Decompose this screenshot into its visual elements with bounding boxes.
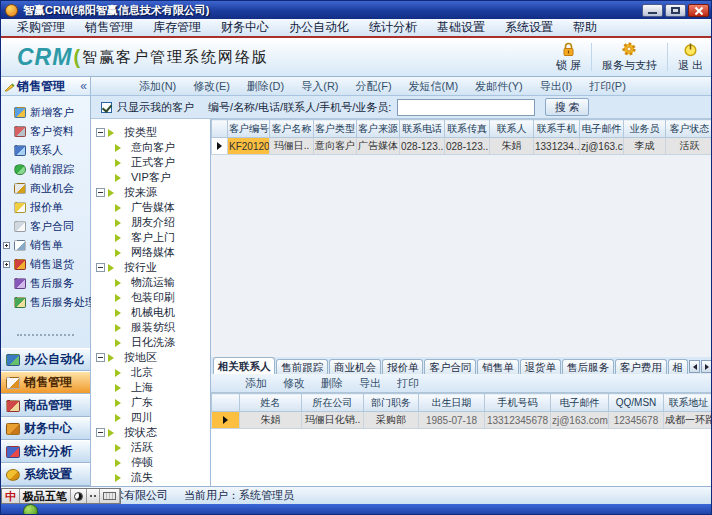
- detail-print[interactable]: 打印: [397, 376, 419, 391]
- toolbar-print[interactable]: 打印(P): [589, 79, 626, 94]
- tree-node-by-status[interactable]: 按状态: [91, 425, 210, 440]
- section-sales-management[interactable]: 销售管理: [1, 371, 90, 394]
- sidebar-item-customer-info[interactable]: 客户资料: [1, 122, 90, 141]
- section-office-automation[interactable]: 办公自动化: [1, 348, 90, 371]
- section-statistics[interactable]: 统计分析: [1, 440, 90, 463]
- tree-node[interactable]: 广告媒体: [91, 200, 210, 215]
- collapse-expander-icon[interactable]: [96, 128, 105, 137]
- collapse-expander-icon[interactable]: [96, 188, 105, 197]
- detail-edit[interactable]: 修改: [283, 376, 305, 391]
- detail-add[interactable]: 添加: [245, 376, 267, 391]
- col-customer-name[interactable]: 客户名称: [270, 120, 314, 138]
- sidebar-item-new-customer[interactable]: 新增客户: [1, 103, 90, 122]
- menu-sales[interactable]: 销售管理: [75, 19, 143, 36]
- collapse-expander-icon[interactable]: [96, 428, 105, 437]
- ime-punctuation-button[interactable]: [87, 489, 100, 503]
- menu-finance[interactable]: 财务中心: [211, 19, 279, 36]
- tree-node[interactable]: 广东: [91, 395, 210, 410]
- menu-system-settings[interactable]: 系统设置: [495, 19, 563, 36]
- col-email[interactable]: 电子邮件: [580, 120, 624, 138]
- col-name[interactable]: 姓名: [240, 394, 302, 412]
- cell-customer-source[interactable]: 广告媒体: [357, 138, 400, 155]
- col-customer-type[interactable]: 客户类型: [314, 120, 357, 138]
- sidebar-header[interactable]: 销售管理 «: [1, 77, 91, 96]
- toolbar-edit[interactable]: 修改(E): [193, 79, 230, 94]
- tree-node[interactable]: 物流运输: [91, 275, 210, 290]
- contact-row-selected[interactable]: 朱娟 玛俪日化销.. 采购部 1985-07-18 13312345678 zj…: [212, 412, 712, 429]
- tab-related-contacts[interactable]: 相关联系人: [213, 357, 275, 374]
- start-button[interactable]: [23, 504, 38, 515]
- sidebar-item-presale-tracking[interactable]: 销前跟踪: [1, 160, 90, 179]
- cell-fax[interactable]: 028-123..: [445, 138, 490, 155]
- toolbar-add[interactable]: 添加(N): [139, 79, 176, 94]
- sidebar-item-quotation[interactable]: 报价单: [1, 198, 90, 217]
- ime-fullhalf-button[interactable]: [71, 489, 87, 503]
- cell-customer-no[interactable]: KF20120..: [228, 138, 270, 155]
- col-company[interactable]: 所在公司: [302, 394, 364, 412]
- service-support-button[interactable]: 服务与支持: [592, 38, 667, 76]
- tree-node[interactable]: 上海: [91, 380, 210, 395]
- menu-purchase[interactable]: 采购管理: [7, 19, 75, 36]
- ime-name-button[interactable]: 极品五笔: [20, 489, 71, 503]
- ime-language-button[interactable]: 中: [2, 489, 20, 503]
- col-customer-source[interactable]: 客户来源: [357, 120, 400, 138]
- tree-node[interactable]: 北京: [91, 365, 210, 380]
- collapse-expander-icon[interactable]: [96, 263, 105, 272]
- tree-node-by-region[interactable]: 按地区: [91, 350, 210, 365]
- tree-node[interactable]: 停顿: [91, 455, 210, 470]
- cell-salesperson[interactable]: 李成: [624, 138, 666, 155]
- tree-node[interactable]: 客户上门: [91, 230, 210, 245]
- lock-screen-button[interactable]: 锁 屏: [546, 38, 591, 76]
- col-address[interactable]: 联系地址: [664, 394, 712, 412]
- expand-icon[interactable]: [3, 261, 10, 268]
- tab-quotation[interactable]: 报价单: [382, 359, 423, 374]
- cell-mobile[interactable]: 1331234..: [534, 138, 580, 155]
- tab-scroll-left-button[interactable]: [689, 360, 700, 373]
- cell-email[interactable]: zj@163.c..: [580, 138, 624, 155]
- tab-scroll-right-button[interactable]: [701, 360, 712, 373]
- toolbar-send-email[interactable]: 发邮件(Y): [475, 79, 523, 94]
- sidebar-splitter[interactable]: [17, 334, 74, 336]
- col-mobile[interactable]: 手机号码: [485, 394, 551, 412]
- exit-button[interactable]: 退 出: [668, 38, 712, 76]
- tree-node[interactable]: 网络媒体: [91, 245, 210, 260]
- col-contact[interactable]: 联系人: [490, 120, 534, 138]
- menu-statistics[interactable]: 统计分析: [359, 19, 427, 36]
- tree-node[interactable]: 日化洗涤: [91, 335, 210, 350]
- tree-node[interactable]: 正式客户: [91, 155, 210, 170]
- detail-delete[interactable]: 删除: [321, 376, 343, 391]
- col-email[interactable]: 电子邮件: [551, 394, 609, 412]
- customer-row-selected[interactable]: KF20120.. 玛俪日.. 意向客户 广告媒体 028-123.. 028-…: [212, 138, 712, 155]
- section-product-management[interactable]: 商品管理: [1, 394, 90, 417]
- expand-icon[interactable]: [3, 242, 10, 249]
- menu-base-settings[interactable]: 基础设置: [427, 19, 495, 36]
- tab-sales-order[interactable]: 销售单: [477, 359, 518, 374]
- tab-business-opportunity[interactable]: 商业机会: [329, 359, 381, 374]
- col-qq-msn[interactable]: QQ/MSN: [609, 394, 664, 412]
- section-system-settings[interactable]: 系统设置: [1, 463, 90, 486]
- cell-email[interactable]: zj@163.com: [551, 412, 609, 429]
- tab-presale-tracking[interactable]: 售前跟踪: [276, 359, 328, 374]
- cell-name[interactable]: 朱娟: [240, 412, 302, 429]
- col-phone[interactable]: 联系电话: [400, 120, 445, 138]
- sidebar-item-business-opportunity[interactable]: 商业机会: [1, 179, 90, 198]
- sidebar-item-contacts[interactable]: 联系人: [1, 141, 90, 160]
- col-mobile[interactable]: 联系手机: [534, 120, 580, 138]
- tab-return-order[interactable]: 退货单: [520, 359, 561, 374]
- only-my-customers-checkbox[interactable]: [101, 102, 112, 113]
- tree-node[interactable]: 四川: [91, 410, 210, 425]
- cell-phone[interactable]: 028-123..: [400, 138, 445, 155]
- toolbar-export[interactable]: 导出(I): [540, 79, 572, 94]
- col-birthdate[interactable]: 出生日期: [419, 394, 485, 412]
- toolbar-import[interactable]: 导入(R): [301, 79, 338, 94]
- search-button[interactable]: 搜 索: [545, 98, 589, 116]
- tree-node[interactable]: 机械电机: [91, 305, 210, 320]
- tree-node[interactable]: 意向客户: [91, 140, 210, 155]
- sidebar-item-service-handling[interactable]: 售后服务处理: [1, 293, 90, 312]
- minimize-button[interactable]: [642, 4, 663, 17]
- cell-status[interactable]: 活跃: [666, 138, 712, 155]
- tree-node[interactable]: VIP客户: [91, 170, 210, 185]
- tree-node[interactable]: 包装印刷: [91, 290, 210, 305]
- cell-qq-msn[interactable]: 12345678: [609, 412, 664, 429]
- menu-inventory[interactable]: 库存管理: [143, 19, 211, 36]
